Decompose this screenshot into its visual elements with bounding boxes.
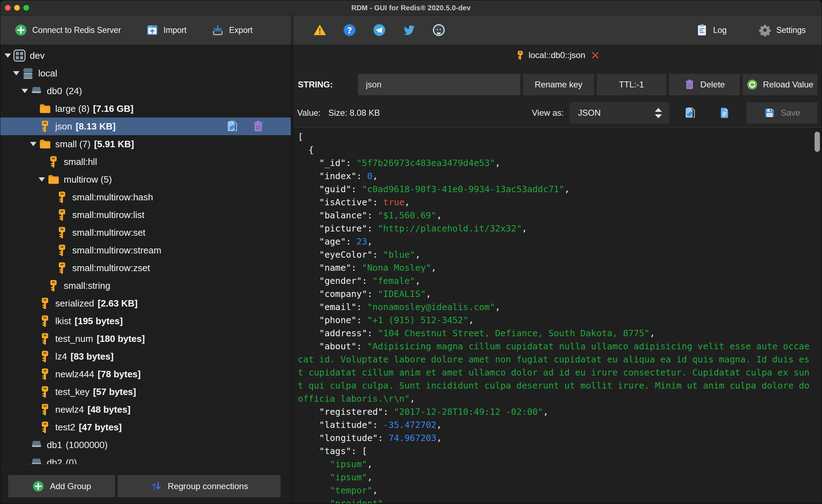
folder-icon	[39, 138, 51, 150]
tree-item-small-string[interactable]: small:string	[0, 277, 291, 294]
json-viewer-content: [ { "_id": "5f7b26973c483ea3479d4e53", "…	[294, 127, 822, 504]
db-icon	[30, 456, 43, 464]
json-line: "company": "IDEALIS",	[298, 287, 812, 300]
tree-item-size: [195 bytes]	[75, 316, 123, 327]
twitter-icon[interactable]	[402, 23, 416, 37]
floppy-icon	[764, 107, 775, 119]
expand-arrow-icon[interactable]	[5, 53, 13, 58]
view-as-value: JSON	[578, 108, 654, 118]
json-line: "proident",	[298, 497, 812, 504]
key-icon	[47, 279, 60, 292]
tree-item-size: [2.63 KB]	[98, 298, 138, 309]
save-button[interactable]: Save	[747, 102, 817, 124]
github-icon[interactable]	[432, 23, 446, 37]
tree-item-newlz4[interactable]: newlz4[48 bytes]	[0, 401, 291, 418]
json-line: "_id": "5f7b26973c483ea3479d4e53",	[298, 156, 812, 170]
tree-item-small-multirow-zset[interactable]: small:multirow:zset	[0, 259, 291, 277]
ttl-button[interactable]: TTL:-1	[597, 74, 666, 95]
tree-item-newlz444[interactable]: newlz444[78 bytes]	[0, 365, 291, 383]
tree-item-db0[interactable]: db0(24)	[0, 82, 291, 100]
tree-item-small-multirow-list[interactable]: small:multirow:list	[0, 206, 291, 224]
tree-item-actions	[226, 120, 291, 133]
json-line: "registered": "2017-12-28T10:49:12 -02:0…	[298, 405, 812, 418]
reload-value-button[interactable]: Reload Value	[743, 74, 817, 95]
settings-button[interactable]: Settings	[759, 24, 806, 36]
tree-item-size: [8.13 KB]	[76, 121, 116, 132]
tab-bar: local::db0::json	[294, 45, 822, 66]
toolbar-left: Connect to Redis Server Import Export	[0, 16, 294, 45]
warning-icon[interactable]	[313, 23, 327, 37]
json-line: "gender": "female",	[298, 274, 812, 287]
add-group-button[interactable]: Add Group	[8, 475, 115, 497]
tree-item-test-key[interactable]: test_key[57 bytes]	[0, 383, 291, 401]
tree-item-small-multirow-hash[interactable]: small:multirow:hash	[0, 188, 291, 206]
json-line: "picture": "http://placehold.it/32x32",	[298, 222, 812, 235]
tree-item-size: [78 bytes]	[98, 369, 141, 380]
connection-tree[interactable]: devlocaldb0(24)large (8)[7.16 GB]json[8.…	[0, 45, 291, 464]
key-icon	[56, 244, 68, 257]
scrollbar-thumb[interactable]	[815, 132, 820, 152]
key-icon	[39, 332, 51, 345]
delete-key-button[interactable]: Delete	[669, 74, 740, 95]
tree-item-db2[interactable]: db2(0)	[0, 454, 291, 464]
tree-item-lkist[interactable]: lkist[195 bytes]	[0, 312, 291, 330]
json-line: "index": 0,	[298, 170, 812, 183]
tree-item-lz4[interactable]: lz4[83 bytes]	[0, 348, 291, 365]
help-icon[interactable]: ?	[343, 23, 356, 37]
tree-item-small-7-[interactable]: small (7)[5.91 KB]	[0, 135, 291, 153]
tree-item-label: test_key	[55, 386, 90, 397]
tree-item-size: [83 bytes]	[70, 351, 113, 362]
connection-icon	[13, 49, 26, 62]
add-group-label: Add Group	[50, 481, 91, 491]
regroup-connections-button[interactable]: Regroup connections	[118, 475, 280, 497]
tree-item-label: small (7)	[55, 139, 91, 150]
expand-arrow-icon[interactable]	[39, 177, 47, 182]
tree-item-local[interactable]: local	[0, 64, 291, 82]
key-name-input[interactable]	[358, 74, 520, 95]
rename-key-button[interactable]: Rename key	[523, 74, 594, 95]
svg-text:?: ?	[347, 25, 352, 35]
copy-document-icon[interactable]	[684, 107, 696, 119]
json-line: "ipsum",	[298, 471, 812, 484]
key-icon	[39, 368, 51, 380]
view-as-dropdown[interactable]: JSON	[569, 102, 669, 124]
json-line: "guid": "c0ad9618-90f3-41e0-9934-13ac53a…	[298, 183, 812, 196]
connect-to-redis-server-button[interactable]: Connect to Redis Server	[15, 24, 121, 36]
key-type-label: STRING:	[297, 74, 355, 95]
tree-item-multirow-5-[interactable]: multirow (5)	[0, 171, 291, 188]
log-button[interactable]: Log	[696, 24, 727, 36]
tree-item-serialized[interactable]: serialized[2.63 KB]	[0, 294, 291, 312]
import-button[interactable]: Import	[146, 24, 187, 36]
text-document-icon[interactable]	[718, 107, 731, 119]
json-line: "about": "Adipisicing magna cillum cupid…	[298, 340, 812, 405]
tab-close-icon[interactable]	[591, 51, 600, 60]
connect-label: Connect to Redis Server	[32, 25, 121, 35]
tree-item-large-8-[interactable]: large (8)[7.16 GB]	[0, 100, 291, 118]
tree-item-test-num[interactable]: test_num[180 bytes]	[0, 330, 291, 348]
tree-item-small-multirow-stream[interactable]: small:multirow:stream	[0, 241, 291, 259]
value-bar: Value: Size: 8.08 KB View as: JSON Save	[297, 102, 817, 124]
tab-title[interactable]: local::db0::json	[528, 50, 585, 60]
tree-item-small-hll[interactable]: small:hll	[0, 153, 291, 171]
trash-icon[interactable]	[252, 120, 265, 133]
tree-item-test2[interactable]: test2[47 bytes]	[0, 418, 291, 436]
export-button[interactable]: Export	[211, 24, 253, 36]
db-icon	[30, 85, 43, 97]
copy-document-icon[interactable]	[226, 120, 238, 133]
json-line: "balance": "$1,560.69",	[298, 209, 812, 222]
expand-arrow-icon[interactable]	[30, 142, 39, 146]
json-line: {	[298, 143, 812, 156]
expand-arrow-icon[interactable]	[22, 89, 30, 93]
telegram-icon[interactable]	[373, 23, 386, 37]
tree-item-small-multirow-set[interactable]: small:multirow:set	[0, 224, 291, 241]
tree-item-label: multirow (5)	[64, 174, 112, 185]
tree-item-label: large (8)	[55, 103, 90, 114]
folder-icon	[39, 102, 51, 115]
tree-item-db1[interactable]: db1(1000000)	[0, 436, 291, 454]
tree-item-count: (0)	[66, 457, 77, 465]
tree-item-label: newlz444	[55, 369, 94, 380]
json-viewer[interactable]: [ { "_id": "5f7b26973c483ea3479d4e53", "…	[294, 127, 822, 504]
tree-item-json[interactable]: json[8.13 KB]	[0, 118, 291, 135]
tree-item-dev[interactable]: dev	[0, 47, 291, 64]
expand-arrow-icon[interactable]	[13, 71, 22, 75]
